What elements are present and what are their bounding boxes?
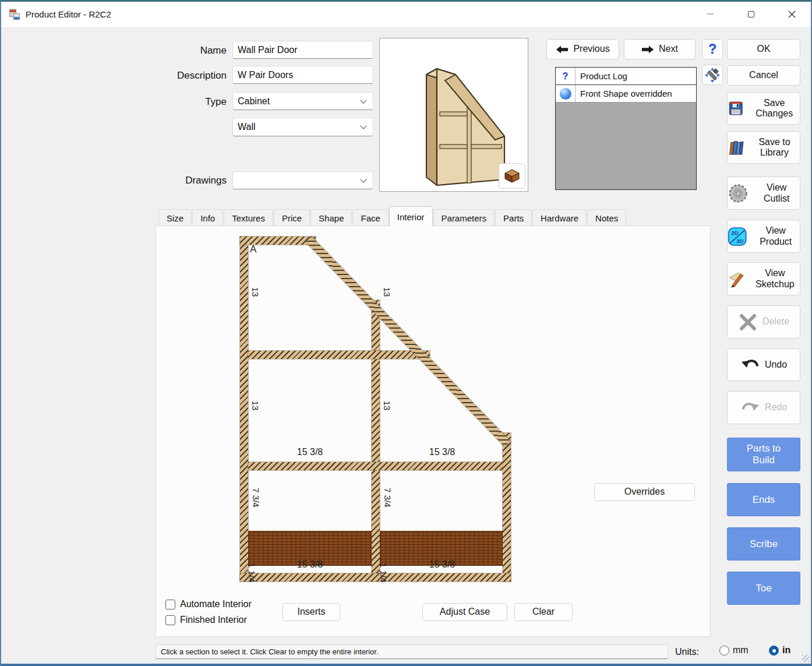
shelf-upper bbox=[248, 351, 430, 359]
x-cross-icon bbox=[738, 312, 758, 332]
dim-low-left-height: 7 3/4 bbox=[251, 488, 261, 507]
subtype-select-value: Wall bbox=[238, 122, 256, 132]
dim-bottom-left-width: 15 3/8 bbox=[297, 559, 323, 570]
minimize-icon bbox=[707, 13, 714, 15]
undo-arrow-icon bbox=[740, 357, 760, 372]
undo-button[interactable]: Undo bbox=[727, 348, 800, 381]
saw-blade-icon bbox=[728, 182, 749, 205]
minimize-button[interactable] bbox=[697, 4, 723, 24]
dim-mid-right-height: 13 bbox=[382, 401, 392, 411]
2d-3d-icon: 2D 3D bbox=[728, 225, 747, 248]
corner-label: A bbox=[250, 244, 256, 255]
svg-text:3D: 3D bbox=[736, 237, 743, 244]
interior-diagram[interactable]: A 13 13 13 13 15 3/8 15 3/8 7 3/4 7 3/4 … bbox=[234, 232, 525, 590]
tab-parts[interactable]: Parts bbox=[495, 209, 532, 226]
chevron-down-icon bbox=[360, 122, 366, 129]
redo-button[interactable]: Redo bbox=[727, 391, 800, 424]
maximize-icon bbox=[748, 11, 754, 17]
log-help-icon: ? bbox=[563, 71, 569, 82]
floppy-disk-icon bbox=[728, 98, 744, 118]
overrides-button[interactable]: Overrides bbox=[594, 483, 695, 501]
tab-size[interactable]: Size bbox=[158, 209, 192, 226]
description-input[interactable] bbox=[232, 66, 373, 84]
product-log-entry[interactable]: Front Shape overridden bbox=[556, 85, 696, 103]
scribe-button[interactable]: Scribe bbox=[727, 527, 800, 561]
ends-button[interactable]: Ends bbox=[727, 483, 800, 516]
help-button[interactable]: ? bbox=[702, 39, 723, 59]
adjust-tool-button[interactable] bbox=[702, 65, 723, 85]
status-message-box[interactable] bbox=[156, 644, 668, 659]
close-icon bbox=[788, 10, 796, 18]
tab-parameters[interactable]: Parameters bbox=[433, 209, 495, 226]
previous-button[interactable]: Previous bbox=[546, 39, 619, 59]
clear-button[interactable]: Clear bbox=[514, 603, 573, 621]
dim-bottom-right-width: 15 3/8 bbox=[429, 559, 455, 570]
dim-top-left-height: 13 bbox=[250, 287, 260, 297]
product-preview bbox=[379, 38, 528, 192]
automate-interior-checkbox[interactable]: Automate Interior bbox=[165, 599, 252, 609]
type-select[interactable]: Cabinet bbox=[232, 92, 373, 110]
product-log-title: Product Log bbox=[576, 71, 627, 81]
title-bar: Product Editor - R2C2 bbox=[1, 2, 811, 28]
drawings-select[interactable] bbox=[232, 171, 373, 189]
radio-icon bbox=[719, 646, 729, 656]
radio-selected-icon bbox=[769, 646, 779, 656]
shelf-lower bbox=[248, 462, 503, 470]
subtype-select[interactable]: Wall bbox=[232, 118, 373, 136]
cabinet-bottom-wall bbox=[240, 573, 511, 582]
delete-button[interactable]: Delete bbox=[727, 305, 800, 339]
name-label: Name bbox=[145, 45, 227, 57]
type-select-value: Cabinet bbox=[238, 96, 270, 107]
tab-shape[interactable]: Shape bbox=[310, 209, 352, 226]
dim-mid-left-height: 13 bbox=[250, 401, 260, 411]
toe-button[interactable]: Toe bbox=[727, 572, 800, 605]
tab-textures[interactable]: Textures bbox=[224, 209, 273, 226]
arrow-right-icon bbox=[641, 45, 654, 54]
tab-hardware[interactable]: Hardware bbox=[532, 209, 587, 226]
resize-grip[interactable] bbox=[802, 655, 809, 662]
inserts-button[interactable]: Inserts bbox=[283, 603, 340, 621]
tab-interior[interactable]: Interior bbox=[389, 206, 433, 226]
redo-arrow-icon bbox=[740, 400, 760, 415]
view-sketchup-button[interactable]: View Sketchup bbox=[727, 262, 800, 295]
view-cutlist-button[interactable]: View Cutlist bbox=[727, 177, 800, 210]
save-to-library-button[interactable]: Save to Library bbox=[727, 131, 800, 164]
dim-top-right-height: 13 bbox=[382, 287, 392, 297]
product-log-header: ? Product Log bbox=[556, 68, 696, 85]
books-icon bbox=[728, 138, 744, 157]
maximize-button[interactable] bbox=[737, 4, 764, 24]
explode-tool-icon bbox=[705, 68, 720, 83]
product-editor-window: Product Editor - R2C2 Name Description T… bbox=[0, 0, 812, 666]
cabinet-center-divider bbox=[372, 300, 380, 582]
view-product-button[interactable]: 2D 3D View Product bbox=[727, 220, 800, 253]
product-log-panel: ? Product Log Front Shape overridden bbox=[555, 67, 697, 190]
units-mm-radio[interactable]: mm bbox=[719, 645, 749, 656]
tab-info[interactable]: Info bbox=[192, 209, 223, 226]
units-in-radio[interactable]: in bbox=[769, 645, 790, 656]
dim-left-shelf-width: 15 3/8 bbox=[297, 447, 323, 457]
ok-button[interactable]: OK bbox=[727, 39, 800, 59]
cabinet-slanted-wall bbox=[306, 237, 511, 447]
next-button[interactable]: Next bbox=[624, 39, 696, 59]
tab-price[interactable]: Price bbox=[274, 209, 310, 226]
dim-left-base-thickness: 1 1/4 bbox=[247, 563, 257, 582]
save-changes-button[interactable]: Save Changes bbox=[727, 92, 800, 125]
cabinet-left-wall bbox=[240, 237, 248, 582]
material-cube-button[interactable] bbox=[499, 163, 525, 189]
finished-interior-checkbox[interactable]: Finished Interior bbox=[165, 615, 247, 625]
tab-face[interactable]: Face bbox=[352, 209, 388, 226]
tab-notes[interactable]: Notes bbox=[587, 209, 626, 226]
chevron-down-icon bbox=[360, 97, 366, 103]
cabinet-right-wall bbox=[503, 433, 511, 582]
checkbox-icon bbox=[165, 615, 175, 625]
cancel-button[interactable]: Cancel bbox=[727, 65, 800, 86]
close-button[interactable] bbox=[778, 4, 805, 24]
adjust-case-button[interactable]: Adjust Case bbox=[422, 603, 507, 621]
name-input[interactable] bbox=[232, 41, 373, 59]
dim-right-shelf-width: 15 3/8 bbox=[429, 447, 455, 457]
chevron-down-icon bbox=[360, 176, 366, 182]
parts-to-build-button[interactable]: Parts to Build bbox=[727, 438, 800, 471]
drawings-label: Drawings bbox=[145, 175, 227, 186]
description-label: Description bbox=[145, 70, 227, 82]
dim-low-right-height: 7 3/4 bbox=[383, 488, 393, 507]
